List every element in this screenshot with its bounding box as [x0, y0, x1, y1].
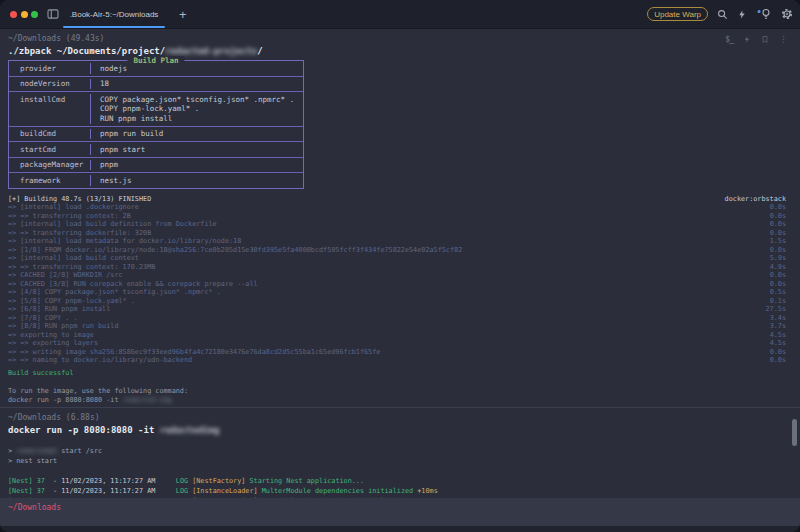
docker-log-line: => [1/8] FROM docker.io/library/node:18@…: [8, 246, 786, 255]
block-separator: [0, 407, 800, 408]
build-plan-table: Build Plan provider nodejs nodeVersion 1…: [8, 60, 304, 189]
build-plan-value: nest.js: [91, 173, 132, 188]
step-duration: 4.5s: [770, 331, 786, 340]
docker-log-line: => CACHED [2/8] WORKDIR /src 0.0s: [8, 271, 786, 280]
docker-log-line: => CACHED [3/8] RUN corepack enable && c…: [8, 280, 786, 289]
command-prompt-icon[interactable]: $_: [725, 35, 733, 44]
build-plan-value: 18: [91, 77, 109, 92]
build-plan-value: COPY package.json* tsconfig.json* .npmrc…: [91, 92, 294, 126]
titlebar: .Book-Air-5:~/Downloads + Update Warp: [0, 0, 800, 29]
nest-log-line: [Nest] 37 - 11/02/2023, 11:17:27 AM LOG …: [8, 486, 800, 496]
step-duration: 0.0s: [770, 280, 786, 289]
docker-log-line: => => transferring context: 170.23MB 4.9…: [8, 263, 786, 272]
step-duration: 0.0s: [770, 229, 786, 238]
build-plan-rows: provider nodejs nodeVersion 18 installCm…: [9, 61, 303, 188]
build-success-message: Build successful: [8, 369, 800, 378]
npm-script-line: > redacted@1 start /src: [8, 446, 800, 456]
layout-panel-icon[interactable]: [47, 9, 59, 19]
redacted-image-name: redacted-img: [123, 396, 172, 404]
docker-log-line: => => transferring context: 2B 0.0s: [8, 212, 786, 221]
step-duration: 0.0s: [770, 203, 786, 212]
step-duration: 3.7s: [770, 322, 786, 331]
build-plan-row: framework nest.js: [9, 172, 303, 188]
build-plan-key: packageManager: [9, 158, 90, 173]
redacted-project-path: redacted-projectx: [165, 46, 257, 56]
search-icon[interactable]: [717, 9, 728, 20]
step-duration: 4.5s: [770, 339, 786, 348]
lightning-icon[interactable]: [737, 9, 747, 20]
bookmark-icon[interactable]: [761, 35, 769, 44]
run-command-suggestion: docker run -p 8080:8080 -it redacted-img: [8, 396, 800, 405]
step-duration: 0.0s: [770, 212, 786, 221]
current-prompt-block[interactable]: ~/Downloads: [0, 498, 800, 526]
settings-gear-icon[interactable]: [781, 8, 793, 20]
run-hint: To run the image, use the following comm…: [8, 387, 800, 396]
docker-log-line: => [4/8] COPY package.json* tsconfig.jso…: [8, 288, 786, 297]
close-button[interactable]: [10, 11, 17, 18]
build-plan-key: installCmd: [9, 92, 90, 126]
step-duration: 0.0s: [770, 356, 786, 365]
step-duration: 0.0s: [770, 220, 786, 229]
tab-title: .Book-Air-5:~/Downloads: [70, 10, 159, 19]
docker-log-line: => [internal] load build definition from…: [8, 220, 786, 229]
terminal-content: $_ ⋮ ~/Downloads (49.43s) ./zbpack ~/Doc…: [0, 29, 800, 504]
docker-log-line: => [7/8] COPY . . 3.4s: [8, 314, 786, 323]
minimize-button[interactable]: [21, 11, 28, 18]
docker-log-line: => => writing image sha256:8586ec9f33eed…: [8, 348, 786, 357]
build-plan-key: framework: [9, 173, 90, 188]
build-plan-key: provider: [9, 61, 90, 76]
docker-build-log: [+] Building 48.7s (13/13) FINISHEDdocke…: [8, 195, 800, 365]
step-duration: 0.0s: [770, 348, 786, 357]
blank-line: [8, 466, 800, 476]
docker-log-line: => [internal] load metadata for docker.i…: [8, 237, 786, 246]
overflow-menu-icon[interactable]: ⋮: [779, 34, 788, 44]
docker-log-line: => [8/8] RUN pnpm run build 3.7s: [8, 322, 786, 331]
build-plan-key: startCmd: [9, 142, 90, 157]
block1-header: ~/Downloads (49.43s): [8, 33, 800, 44]
update-warp-button[interactable]: Update Warp: [647, 7, 708, 21]
traffic-lights: [10, 11, 38, 18]
redacted-package-name: redacted@1: [16, 447, 57, 455]
step-duration: 0.0s: [770, 271, 786, 280]
maximize-button[interactable]: [31, 11, 38, 18]
new-tab-button[interactable]: +: [179, 7, 187, 22]
block2-header: ~/Downloads (6.88s): [8, 412, 800, 423]
build-plan-row: startCmd pnpm start: [9, 141, 303, 157]
block-toolbar: $_ ⋮: [725, 34, 788, 44]
step-duration: 4.9s: [770, 263, 786, 272]
lightning-icon[interactable]: [743, 35, 751, 44]
warp-terminal-window: .Book-Air-5:~/Downloads + Update Warp $_: [0, 0, 800, 532]
build-plan-value: pnpm: [91, 158, 118, 173]
docker-context: docker:orbstack: [725, 195, 786, 204]
docker-log-lines: => [internal] load .dockerignore 0.0s =>…: [8, 203, 786, 365]
docker-log-line: => [internal] load build context 5.9s: [8, 254, 786, 263]
window-bottom-edge: [0, 526, 800, 532]
active-tab-underline: [63, 26, 165, 28]
build-plan-key: nodeVersion: [9, 77, 90, 92]
docker-log-line: => exporting to image 4.5s: [8, 331, 786, 340]
build-plan-row: nodeVersion 18: [9, 76, 303, 92]
build-plan-row: packageManager pnpm: [9, 157, 303, 173]
build-plan-title: Build Plan: [127, 56, 184, 66]
scrollbar-thumb[interactable]: [792, 419, 797, 446]
step-duration: 1.5s: [770, 237, 786, 246]
block2-command[interactable]: docker run -p 8080:8080 -it redactedimg: [8, 424, 800, 436]
step-duration: 0.1s: [770, 297, 786, 306]
notification-bulb-icon[interactable]: [756, 8, 772, 20]
step-duration: 5.9s: [770, 254, 786, 263]
nest-log-line: [Nest] 37 - 11/02/2023, 11:17:27 AM LOG …: [8, 476, 800, 486]
container-output: > redacted@1 start /src > nest start [Ne…: [8, 446, 800, 504]
docker-log-line: => [5/8] COPY pnpm-lock.yaml* . 0.1s: [8, 297, 786, 306]
docker-log-line: => => transferring dockerfile: 320B 0.0s: [8, 229, 786, 238]
build-plan-value: nodejs: [91, 61, 127, 76]
docker-build-summary: [+] Building 48.7s (13/13) FINISHEDdocke…: [8, 195, 786, 204]
step-duration: 0.0s: [770, 246, 786, 255]
build-plan-value: pnpm start: [91, 142, 145, 157]
step-duration: 3.4s: [770, 314, 786, 323]
build-plan-row: installCmd COPY package.json* tsconfig.j…: [9, 91, 303, 126]
step-duration: 0.5s: [770, 288, 786, 297]
build-plan-value: pnpm run build: [91, 127, 163, 142]
docker-log-line: => [internal] load .dockerignore 0.0s: [8, 203, 786, 212]
docker-log-line: => => naming to docker.io/library/udn-ba…: [8, 356, 786, 365]
tab-downloads[interactable]: .Book-Air-5:~/Downloads: [65, 0, 163, 29]
